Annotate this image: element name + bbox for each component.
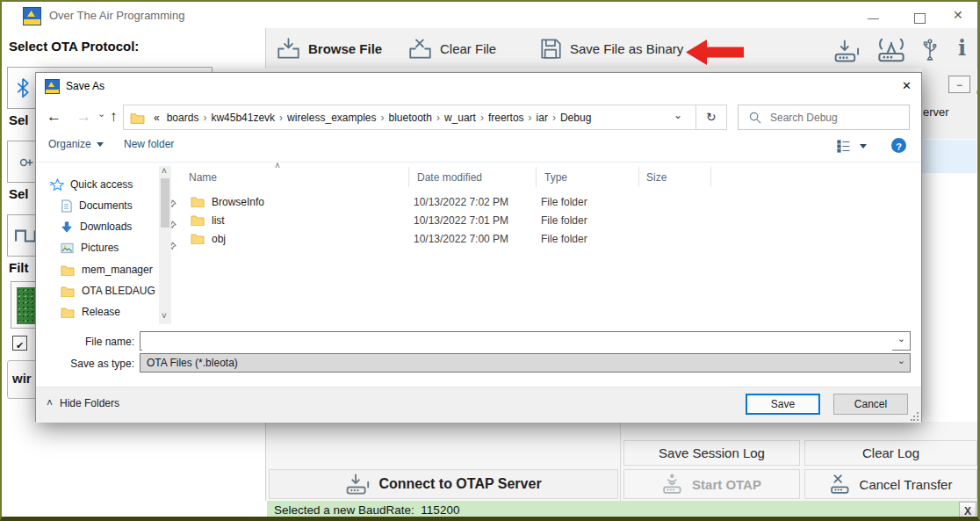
cancel-transfer-button[interactable]: Cancel Transfer bbox=[804, 469, 977, 499]
column-header-size[interactable]: Size bbox=[646, 171, 667, 184]
sidebar-item-documents[interactable]: Documents bbox=[61, 196, 159, 215]
file-name-field-wrap[interactable]: ⌄ bbox=[140, 331, 911, 351]
sidebar-item-pictures[interactable]: Pictures bbox=[61, 238, 159, 257]
forward-icon[interactable]: → bbox=[76, 108, 91, 126]
sidebar-item-quick-access[interactable]: Quick access bbox=[50, 175, 133, 194]
start-otap-icon bbox=[662, 474, 685, 495]
quick-access-star-icon bbox=[50, 178, 64, 192]
save-binary-icon bbox=[540, 38, 562, 60]
save-session-log-button[interactable]: Save Session Log bbox=[623, 440, 800, 466]
status-close-label: X bbox=[964, 505, 971, 517]
file-type: File folder bbox=[541, 233, 643, 245]
organize-button[interactable]: Organize bbox=[48, 138, 104, 150]
new-folder-button[interactable]: New folder bbox=[124, 138, 174, 150]
breadcrumb-collapsed[interactable]: « bbox=[150, 112, 163, 124]
connect-otap-icon bbox=[345, 473, 371, 496]
breadcrumb-item[interactable]: Debug bbox=[557, 112, 594, 124]
table-row[interactable]: list 10/13/2022 7:01 PM File folder bbox=[185, 211, 730, 229]
flash-device-icon[interactable] bbox=[832, 39, 863, 63]
breadcrumb[interactable]: « boards › kw45b41zevk › wireless_exampl… bbox=[123, 105, 727, 130]
sidebar-item-mem-manager[interactable]: mem_manager bbox=[61, 260, 153, 279]
breadcrumb-item[interactable]: kw45b41zevk bbox=[207, 112, 278, 124]
save-as-type-select[interactable]: OTA Files (*.bleota) ⌄ bbox=[140, 353, 911, 373]
start-otap-button[interactable]: Start OTAP bbox=[623, 469, 800, 499]
file-name-dropdown-icon[interactable]: ⌄ bbox=[897, 333, 905, 344]
resize-grip[interactable] bbox=[911, 412, 919, 420]
app-icon bbox=[23, 7, 41, 25]
organize-label: Organize bbox=[48, 138, 91, 150]
sidebar-scrollbar[interactable]: ˄ ˅ bbox=[159, 166, 171, 324]
collapse-button[interactable]: − bbox=[948, 76, 970, 93]
file-date: 10/13/2022 7:01 PM bbox=[414, 214, 541, 227]
browse-file-label: Browse File bbox=[308, 41, 382, 56]
breadcrumb-dropdown-icon[interactable]: ⌄ bbox=[674, 109, 682, 121]
info-icon[interactable]: i bbox=[958, 35, 966, 61]
view-list-icon[interactable] bbox=[837, 140, 851, 153]
app-window: Over The Air Programming ✕ Select OTA Pr… bbox=[0, 0, 980, 521]
window-title: Over The Air Programming bbox=[49, 9, 184, 22]
sidebar-item-label: Release bbox=[82, 306, 120, 318]
breadcrumb-item[interactable]: boards bbox=[163, 112, 203, 124]
status-bar: Selected a new BaudRate: 115200 X bbox=[267, 501, 980, 519]
check-icon: ✔ bbox=[16, 340, 24, 351]
column-header-type[interactable]: Type bbox=[544, 171, 567, 184]
back-icon[interactable]: ← bbox=[47, 108, 61, 126]
table-row[interactable]: obj 10/13/2022 7:00 PM File folder bbox=[185, 229, 730, 248]
nav-history-chevron-icon[interactable]: ⌄ bbox=[97, 108, 105, 119]
help-icon[interactable]: ? bbox=[891, 138, 906, 153]
dialog-footer: ˄ Hide Folders Save Cancel bbox=[36, 387, 921, 423]
status-close-button[interactable]: X bbox=[959, 502, 976, 518]
table-row[interactable]: BrowseInfo 10/13/2022 7:02 PM File folde… bbox=[185, 192, 730, 211]
refresh-icon[interactable]: ↻ bbox=[706, 110, 717, 124]
save-button[interactable]: Save bbox=[746, 394, 820, 415]
maximize-icon[interactable] bbox=[914, 13, 926, 24]
clear-log-button[interactable]: Clear Log bbox=[804, 440, 977, 466]
scroll-up-icon[interactable]: ˄ bbox=[162, 166, 167, 176]
dialog-titlebar: Save As ✕ bbox=[36, 73, 921, 99]
checkbox[interactable]: ✔ bbox=[12, 336, 27, 351]
connect-otap-button[interactable]: Connect to OTAP Server bbox=[269, 469, 618, 499]
clear-log-label: Clear Log bbox=[862, 445, 919, 460]
hide-folders-label: Hide Folders bbox=[60, 397, 119, 409]
sort-caret-icon: ˄ bbox=[275, 161, 280, 170]
breadcrumb-item[interactable]: wireless_examples bbox=[284, 112, 379, 124]
close-icon[interactable]: ✕ bbox=[953, 8, 963, 22]
view-dropdown-icon[interactable] bbox=[860, 144, 867, 148]
column-header-name[interactable]: Name bbox=[189, 171, 217, 184]
red-arrow-icon bbox=[686, 40, 744, 65]
divider bbox=[638, 167, 639, 187]
column-header-date[interactable]: Date modified bbox=[417, 171, 482, 184]
sidebar-item-downloads[interactable]: Downloads bbox=[61, 217, 159, 236]
right-panel-fragment: erver − bbox=[922, 69, 976, 139]
sidebar-item-ota-bledaug[interactable]: OTA BLEDAUG bbox=[61, 281, 155, 300]
select-protocol-label: Select OTA Protocol: bbox=[9, 39, 139, 54]
save-file-as-binary-button[interactable]: Save File as Binary bbox=[540, 33, 683, 63]
search-box[interactable] bbox=[738, 105, 910, 130]
breadcrumb-item[interactable]: iar bbox=[533, 112, 551, 124]
breadcrumb-item[interactable]: w_uart bbox=[441, 112, 479, 124]
up-icon[interactable]: ↑ bbox=[110, 108, 118, 126]
cancel-button[interactable]: Cancel bbox=[833, 394, 908, 415]
dialog-close-icon[interactable]: ✕ bbox=[902, 79, 912, 92]
minus-icon: − bbox=[956, 79, 962, 91]
breadcrumb-item[interactable]: freertos bbox=[485, 112, 528, 124]
otap-server-icon[interactable] bbox=[872, 37, 911, 63]
hide-folders-button[interactable]: ˄ Hide Folders bbox=[47, 397, 119, 409]
clear-file-button[interactable]: Clear File bbox=[408, 33, 496, 63]
document-icon bbox=[61, 199, 72, 213]
sidebar-item-release[interactable]: Release bbox=[61, 302, 120, 322]
save-button-label: Save bbox=[771, 398, 795, 410]
usb-icon[interactable] bbox=[920, 36, 940, 64]
scroll-down-icon[interactable]: ˅ bbox=[162, 311, 167, 321]
file-name-input[interactable] bbox=[142, 333, 892, 351]
breadcrumb-item[interactable]: bluetooth bbox=[385, 112, 435, 124]
file-date: 10/13/2022 7:00 PM bbox=[414, 233, 541, 245]
file-type: File folder bbox=[541, 214, 643, 227]
pictures-icon bbox=[61, 242, 74, 254]
minimize-icon[interactable] bbox=[868, 18, 879, 19]
save-as-dialog: Save As ✕ ← → ⌄ ↑ « boards › kw45b41zevk… bbox=[35, 72, 922, 422]
scrollbar-thumb[interactable] bbox=[161, 178, 169, 228]
search-input[interactable] bbox=[768, 111, 895, 125]
window-titlebar: Over The Air Programming ✕ bbox=[2, 2, 977, 28]
browse-file-button[interactable]: Browse File bbox=[277, 33, 382, 63]
